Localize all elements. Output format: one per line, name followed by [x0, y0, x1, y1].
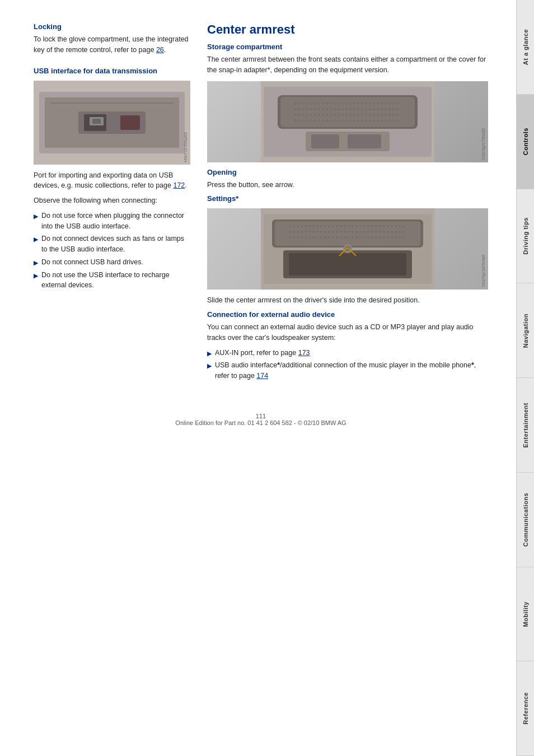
- armrest-watermark: V02/Sp/1T6s0j5: [481, 128, 486, 160]
- left-column: Locking To lock the glove compartment, u…: [34, 22, 190, 385]
- usb-bullet-text-1: Do not use force when plugging the conne…: [41, 211, 190, 232]
- connection-heading: Connection for external audio device: [207, 310, 488, 319]
- page-number: 111: [34, 413, 488, 419]
- svg-rect-14: [311, 134, 339, 148]
- sidebar-tab-label-at-a-glance: At a glance: [522, 29, 529, 65]
- center-armrest-heading: Center armrest: [207, 22, 488, 37]
- connection-arrow-2: ▶: [207, 361, 212, 371]
- usb-heading: USB interface for data transmission: [34, 67, 190, 75]
- right-column: Center armrest Storage compartment The c…: [207, 22, 488, 385]
- aux-page-link[interactable]: 173: [298, 349, 310, 357]
- sidebar-tab-label-driving-tips: Driving tips: [522, 217, 529, 255]
- connection-text: You can connect an external audio device…: [207, 322, 488, 343]
- svg-rect-5: [120, 115, 140, 130]
- opening-section: Opening Press the button, see arrow.: [207, 168, 488, 190]
- usb-bullet-text-2: Do not connect devices such as fans or l…: [41, 234, 190, 255]
- opening-heading: Opening: [207, 168, 488, 176]
- settings-watermark: V02/Sp/1K5n6j8: [481, 255, 486, 287]
- copyright-text: Online Edition for Part no. 01 41 2 604 …: [34, 419, 488, 426]
- columns-layout: Locking To lock the glove compartment, u…: [34, 22, 488, 385]
- usb-bullet-1: ▶ Do not use force when plugging the con…: [34, 211, 190, 232]
- bullet-arrow-1: ▶: [34, 212, 38, 221]
- usb-watermark: HW71F/R6aA5: [183, 132, 188, 162]
- main-content: Locking To lock the glove compartment, u…: [0, 0, 516, 756]
- svg-rect-7: [92, 119, 101, 124]
- storage-section: Storage compartment The center armrest b…: [207, 43, 488, 76]
- locking-section: Locking To lock the glove compartment, u…: [34, 22, 190, 55]
- page-footer: 111 Online Edition for Part no. 01 41 2 …: [34, 407, 488, 426]
- armrest-image: V02/Sp/1T6s0j5: [207, 81, 488, 162]
- connection-bullet-text-1: AUX-IN port, refer to page 173: [215, 348, 310, 358]
- usb-desc: Port for importing and exporting data on…: [34, 170, 190, 192]
- usb-bullet-2: ▶ Do not connect devices such as fans or…: [34, 234, 190, 255]
- usb-bullet-text-3: Do not connect USB hard drives.: [41, 257, 143, 268]
- usb-section: USB interface for data transmission: [34, 67, 190, 291]
- sidebar-tab-driving-tips[interactable]: Driving tips: [516, 189, 534, 284]
- settings-heading: Settings*: [207, 194, 488, 203]
- armrest-image-content: V02/Sp/1T6s0j5: [207, 81, 488, 162]
- connection-bullet-2: ▶ USB audio interface*/additional connec…: [207, 360, 488, 381]
- storage-heading: Storage compartment: [207, 43, 488, 51]
- settings-section: Settings*: [207, 194, 488, 306]
- usb-bullet-3: ▶ Do not connect USB hard drives.: [34, 257, 190, 268]
- bullet-arrow-2: ▶: [34, 235, 38, 244]
- sidebar-tab-entertainment[interactable]: Entertainment: [516, 378, 534, 473]
- opening-text: Press the button, see arrow.: [207, 180, 488, 190]
- locking-heading: Locking: [34, 22, 190, 31]
- usb-audio-page-link[interactable]: 174: [256, 372, 268, 380]
- sidebar-tab-label-controls: Controls: [522, 128, 529, 155]
- bullet-arrow-4: ▶: [34, 271, 38, 281]
- settings-image-content: V02/Sp/1K5n6j8: [207, 208, 488, 290]
- sidebar-tab-label-entertainment: Entertainment: [522, 403, 529, 447]
- storage-text: The center armrest between the front sea…: [207, 54, 488, 76]
- settings-text: Slide the center armrest on the driver's…: [207, 295, 488, 306]
- connection-bullet-1: ▶ AUX-IN port, refer to page 173: [207, 348, 488, 358]
- usb-image-content: HW71F/R6aA5: [34, 81, 190, 165]
- usb-bullet-list: ▶ Do not use force when plugging the con…: [34, 211, 190, 291]
- connection-bullet-text-2: USB audio interface*/additional connecti…: [215, 360, 488, 381]
- svg-point-27: [345, 246, 350, 251]
- usb-bullet-4: ▶ Do not use the USB interface to rechar…: [34, 270, 190, 291]
- sidebar-tab-label-communications: Communications: [522, 493, 529, 547]
- svg-rect-15: [348, 134, 381, 148]
- sidebar-tabs: At a glance Controls Driving tips Naviga…: [516, 0, 534, 756]
- sidebar-tab-mobility[interactable]: Mobility: [516, 567, 534, 662]
- svg-rect-25: [289, 253, 406, 276]
- sidebar-tab-communications[interactable]: Communications: [516, 473, 534, 567]
- usb-page-link[interactable]: 172: [173, 181, 185, 189]
- usb-image: HW71F/R6aA5: [34, 81, 190, 165]
- usb-observe: Observe the following when connecting:: [34, 195, 190, 206]
- settings-image: V02/Sp/1K5n6j8: [207, 208, 488, 290]
- sidebar-tab-reference[interactable]: Reference: [516, 661, 534, 756]
- sidebar-tab-at-a-glance[interactable]: At a glance: [516, 0, 534, 95]
- bullet-arrow-3: ▶: [34, 258, 38, 268]
- sidebar-tab-label-mobility: Mobility: [522, 601, 529, 627]
- connection-section: Connection for external audio device You…: [207, 310, 488, 381]
- sidebar-tab-controls[interactable]: Controls: [516, 95, 534, 189]
- connection-bullet-list: ▶ AUX-IN port, refer to page 173 ▶ USB a…: [207, 348, 488, 381]
- svg-rect-23: [275, 221, 420, 246]
- sidebar-tab-label-navigation: Navigation: [522, 314, 529, 348]
- sidebar-tab-navigation[interactable]: Navigation: [516, 283, 534, 378]
- locking-text: To lock the glove compartment, use the i…: [34, 34, 190, 55]
- svg-rect-12: [280, 97, 415, 127]
- connection-arrow-1: ▶: [207, 349, 212, 358]
- sidebar-tab-label-reference: Reference: [522, 692, 529, 725]
- page-container: Locking To lock the glove compartment, u…: [0, 0, 534, 756]
- usb-bullet-text-4: Do not use the USB interface to recharge…: [41, 270, 190, 291]
- locking-page-link[interactable]: 26: [156, 46, 164, 54]
